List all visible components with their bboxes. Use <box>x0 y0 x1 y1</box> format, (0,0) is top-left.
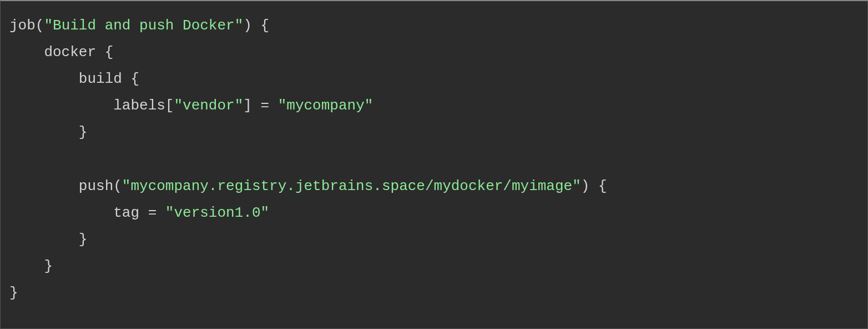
token-punct: ) { <box>581 178 607 195</box>
code-line: } <box>9 231 87 248</box>
token-punct: ) { <box>243 17 269 34</box>
token-punct: } <box>9 124 87 141</box>
code-line: } <box>9 124 87 141</box>
code-line: } <box>9 258 53 275</box>
token-keyword: build { <box>9 71 139 87</box>
token-keyword: docker { <box>9 44 113 61</box>
code-line: push("mycompany.registry.jetbrains.space… <box>9 178 607 195</box>
code-line: tag = "version1.0" <box>9 205 269 221</box>
token-punct: ] = <box>243 97 277 114</box>
token-punct: } <box>9 258 53 275</box>
token-keyword: job( <box>9 17 44 34</box>
code-line: job("Build and push Docker") { <box>9 17 269 34</box>
code-line: } <box>9 285 18 301</box>
token-default: tag = <box>9 205 165 221</box>
token-punct: } <box>9 231 87 248</box>
code-line: labels["vendor"] = "mycompany" <box>9 97 373 114</box>
token-keyword: push( <box>9 178 122 195</box>
code-line: build { <box>9 71 139 87</box>
token-string: "vendor" <box>174 97 243 114</box>
token-string: "Build and push Docker" <box>44 17 243 34</box>
token-string: "mycompany.registry.jetbrains.space/mydo… <box>122 178 581 195</box>
code-line: docker { <box>9 44 113 61</box>
token-string: "version1.0" <box>165 205 269 221</box>
code-block[interactable]: job("Build and push Docker") { docker { … <box>9 12 859 306</box>
token-string: "mycompany" <box>278 97 374 114</box>
token-default: labels[ <box>9 97 174 114</box>
token-punct: } <box>9 285 18 301</box>
